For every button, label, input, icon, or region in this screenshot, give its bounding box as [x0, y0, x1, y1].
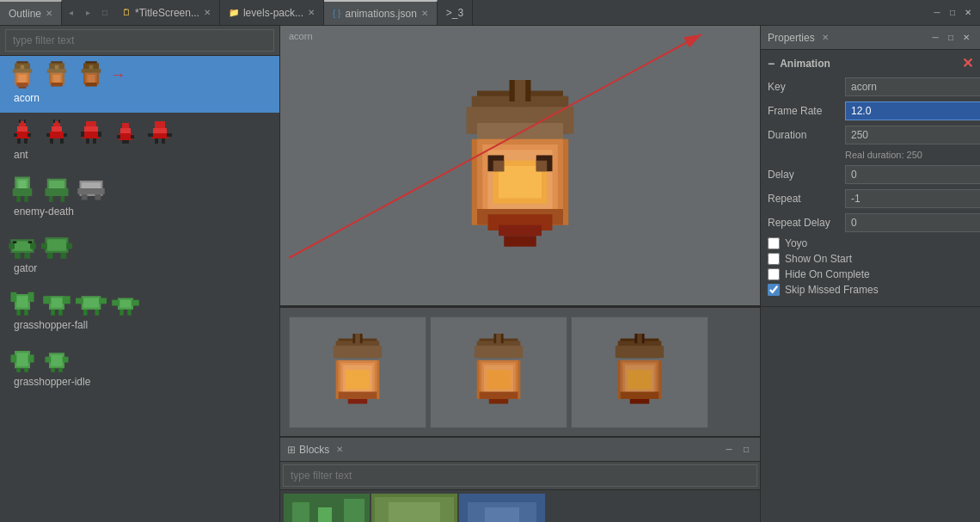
svg-rect-166: [475, 346, 523, 358]
svg-rect-27: [15, 132, 29, 138]
grasshopper-idle-sprite-1: [7, 343, 38, 374]
grasshopper-fall-svg-4: [110, 286, 141, 317]
svg-rect-185: [628, 370, 652, 390]
svg-rect-54: [131, 135, 134, 138]
blocks-filter-input[interactable]: [283, 464, 757, 487]
svg-rect-40: [60, 138, 64, 144]
svg-rect-115: [132, 300, 139, 306]
svg-rect-46: [81, 132, 84, 137]
svg-rect-11: [47, 69, 67, 73]
prop-row-duration: Duration: [768, 126, 973, 144]
delay-input[interactable]: [845, 165, 980, 184]
tab-levelspack-close[interactable]: ✕: [308, 8, 315, 17]
tab-animations[interactable]: { } animations.json ✕: [324, 0, 438, 25]
yoyo-checkbox[interactable]: [768, 237, 780, 249]
svg-rect-86: [13, 242, 17, 243]
frame-cell-2: [430, 316, 567, 428]
list-item-enemy-death[interactable]: enemy-death: [0, 169, 279, 226]
blocks-maximize-btn[interactable]: □: [739, 443, 753, 457]
svg-rect-95: [16, 296, 28, 308]
win-minimize-btn[interactable]: ─: [930, 6, 944, 20]
tab-animations-close[interactable]: ✕: [421, 9, 428, 18]
svg-rect-43: [86, 121, 96, 126]
grasshopper-fall-sprite-2: [41, 286, 72, 317]
properties-close-btn[interactable]: ✕: [959, 31, 973, 45]
svg-rect-116: [119, 310, 124, 316]
svg-rect-66: [19, 181, 27, 188]
list-item-grasshopper-fall[interactable]: grasshopper-fall: [0, 283, 279, 340]
properties-tab-close[interactable]: ✕: [822, 33, 829, 42]
win-maximize-btn[interactable]: □: [946, 6, 959, 20]
animation-close-btn[interactable]: ✕: [962, 57, 973, 71]
svg-rect-200: [485, 507, 519, 522]
properties-controls: ─ □ ✕: [928, 31, 973, 45]
show-on-start-label: Show On Start: [785, 253, 852, 265]
ant-sprite-1: [7, 116, 38, 147]
svg-rect-178: [616, 346, 664, 358]
svg-rect-107: [83, 298, 99, 308]
list-item-acorn[interactable]: → acorn: [0, 56, 279, 113]
svg-rect-15: [51, 83, 63, 87]
list-item-gator[interactable]: gator: [0, 226, 279, 283]
blocks-icon: ⊞: [287, 444, 296, 456]
outline-list: → acorn: [0, 56, 279, 522]
block-thumb-svg-1: [284, 494, 370, 522]
skip-missed-frames-checkbox[interactable]: [768, 284, 780, 296]
block-thumb-3[interactable]: [459, 494, 545, 522]
outline-tab-close[interactable]: ✕: [46, 9, 52, 18]
ant-svg-3: [77, 118, 105, 145]
svg-rect-78: [82, 194, 88, 200]
list-item-grasshopper-idle[interactable]: grasshopper-idle: [0, 340, 279, 396]
repeat-input[interactable]: [845, 189, 980, 208]
repeat-delay-input[interactable]: [845, 213, 980, 232]
svg-rect-111: [95, 310, 100, 316]
grasshopper-fall-sprite-3: [76, 286, 107, 317]
svg-rect-61: [167, 133, 172, 137]
list-item-ant[interactable]: ant: [0, 113, 279, 169]
block-thumb-1[interactable]: [284, 494, 370, 522]
gator-sprite-2: [41, 230, 72, 261]
svg-rect-60: [148, 133, 153, 137]
acorn-sprite-2: [41, 59, 72, 90]
tab-3[interactable]: >_3: [438, 0, 473, 25]
tab-outline[interactable]: Outline ✕: [0, 0, 62, 25]
main-layout: → acorn: [0, 26, 980, 522]
block-thumb-2[interactable]: [371, 494, 457, 522]
svg-rect-93: [61, 253, 67, 259]
svg-rect-39: [50, 138, 53, 144]
svg-rect-24: [89, 65, 94, 70]
svg-rect-108: [76, 298, 83, 304]
svg-rect-35: [52, 126, 62, 132]
tab-levelspack[interactable]: 📁 levels-pack... ✕: [220, 0, 324, 25]
svg-rect-74: [61, 196, 65, 202]
tab-animations-label: animations.json: [345, 8, 416, 20]
svg-rect-129: [58, 368, 63, 372]
animation-section: − Animation ✕ Key Frame Rate Duration: [761, 50, 980, 307]
svg-rect-175: [489, 398, 509, 403]
show-on-start-checkbox[interactable]: [768, 253, 780, 265]
frame-cell-1: [289, 316, 426, 428]
svg-rect-51: [120, 128, 131, 133]
duration-input[interactable]: [845, 126, 980, 144]
properties-minimize-btn[interactable]: ─: [928, 31, 942, 45]
hide-on-complete-checkbox[interactable]: [768, 268, 780, 280]
checkbox-row-hide-on-complete: Hide On Complete: [768, 268, 973, 280]
tab-titlescreen-close[interactable]: ✕: [204, 8, 211, 17]
ant-svg-1: [9, 118, 36, 145]
collapse-icon[interactable]: −: [768, 57, 775, 71]
skip-missed-frames-label: Skip Missed Frames: [785, 284, 879, 296]
section-title-label: Animation: [780, 58, 830, 70]
svg-rect-79: [95, 194, 101, 200]
framerate-input[interactable]: [845, 101, 980, 120]
duration-label: Duration: [768, 129, 845, 141]
tab-titlescreen[interactable]: 🗒 *TitleScreen... ✕: [113, 0, 220, 25]
blocks-minimize-btn[interactable]: ─: [722, 443, 736, 457]
outline-filter-input[interactable]: [5, 29, 274, 52]
blocks-tab-close[interactable]: ✕: [336, 445, 343, 454]
win-close-btn[interactable]: ✕: [961, 6, 975, 20]
properties-maximize-btn[interactable]: □: [944, 31, 958, 45]
key-input[interactable]: [845, 77, 980, 96]
svg-rect-29: [28, 133, 31, 137]
svg-rect-38: [64, 133, 67, 137]
svg-rect-6: [16, 83, 28, 87]
